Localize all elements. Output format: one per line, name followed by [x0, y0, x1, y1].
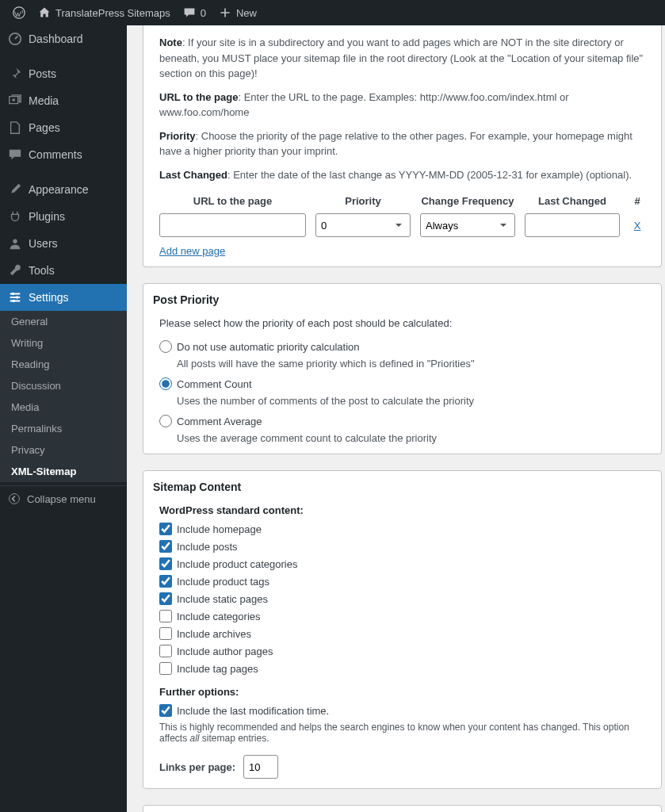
priority-opt-avg-desc: Uses the average comment count to calcul…: [177, 432, 645, 444]
comments-link[interactable]: 0: [177, 0, 212, 25]
sitemap-include-item[interactable]: Include product tags: [159, 575, 645, 588]
links-per-page-input[interactable]: [243, 755, 278, 779]
submenu-reading[interactable]: Reading: [0, 354, 127, 375]
sitemap-content-title: Sitemap Content: [153, 481, 652, 493]
sitemap-include-item[interactable]: Include author pages: [159, 645, 645, 657]
sitemap-content-box: Sitemap Content WordPress standard conte…: [143, 470, 662, 789]
priority-radio-count[interactable]: [159, 377, 172, 390]
collapse-menu[interactable]: Collapse menu: [0, 485, 127, 511]
new-link[interactable]: New: [212, 0, 263, 25]
excluded-items-box: Excluded Items Excluded categories: Unca…: [143, 805, 662, 812]
col-action-header: #: [629, 195, 645, 207]
sitemap-include-checkbox[interactable]: [159, 610, 172, 622]
site-name: TranslatePress Sitemaps: [55, 7, 170, 19]
comments-count: 0: [201, 7, 206, 19]
submenu-permalinks[interactable]: Permalinks: [0, 418, 127, 439]
priority-opt-count-desc: Uses the number of comments of the post …: [177, 395, 645, 407]
svg-point-6: [12, 300, 15, 303]
sitemap-include-checkbox[interactable]: [159, 592, 172, 605]
admin-sidebar: Dashboard Posts Media Pages Comments App…: [0, 25, 127, 812]
std-content-head: WordPress standard content:: [159, 504, 645, 516]
wordpress-icon: [13, 6, 25, 19]
svg-point-7: [10, 494, 20, 504]
media-icon: [8, 94, 22, 108]
menu-comments[interactable]: Comments: [0, 141, 127, 168]
priority-radio-none[interactable]: [159, 340, 172, 353]
additional-pages-box: Note: If your site is in a subdirectory …: [143, 25, 662, 267]
sitemap-include-item[interactable]: Include posts: [159, 540, 645, 553]
submenu-xml-sitemap[interactable]: XML-Sitemap: [0, 461, 127, 482]
dashboard-icon: [8, 32, 22, 46]
menu-settings[interactable]: Settings: [0, 284, 127, 311]
sitemap-include-checkbox[interactable]: [159, 575, 172, 588]
lastchanged-help: Last Changed: Enter the date of the last…: [159, 167, 645, 183]
submenu-media[interactable]: Media: [0, 396, 127, 418]
pages-table-row: 0 Always X: [159, 213, 645, 237]
sitemap-include-checkbox[interactable]: [159, 627, 172, 640]
post-priority-box: Post Priority Please select how the prio…: [143, 283, 662, 454]
add-new-page-link[interactable]: Add new page: [159, 245, 225, 257]
svg-point-3: [13, 239, 17, 243]
links-per-page-row: Links per page:: [159, 755, 645, 779]
submenu-writing[interactable]: Writing: [0, 332, 127, 354]
include-lastmod-checkbox[interactable]: [159, 704, 172, 717]
menu-posts[interactable]: Posts: [0, 60, 127, 87]
admin-topbar: TranslatePress Sitemaps 0 New: [0, 0, 665, 25]
page-icon: [8, 121, 22, 135]
priority-opt-none[interactable]: Do not use automatic priority calculatio…: [159, 340, 645, 353]
sitemap-include-item[interactable]: Include product categories: [159, 557, 645, 570]
wp-logo[interactable]: [6, 0, 32, 25]
svg-point-4: [12, 293, 15, 296]
sitemap-include-checkbox[interactable]: [159, 557, 172, 570]
page-url-input[interactable]: [159, 213, 306, 237]
sitemap-include-item[interactable]: Include archives: [159, 627, 645, 640]
page-frequency-select[interactable]: Always: [420, 213, 515, 237]
menu-users[interactable]: Users: [0, 230, 127, 257]
page-lastchanged-input[interactable]: [525, 213, 620, 237]
home-icon: [38, 6, 51, 19]
priority-radio-avg[interactable]: [159, 415, 172, 427]
main-content: Note: If your site is in a subdirectory …: [127, 25, 665, 812]
svg-point-5: [16, 296, 19, 299]
pages-table-header: URL to the page Priority Change Frequenc…: [159, 195, 645, 207]
sitemap-include-checkbox[interactable]: [159, 523, 172, 535]
menu-plugins[interactable]: Plugins: [0, 203, 127, 230]
sitemap-include-checkbox[interactable]: [159, 645, 172, 657]
new-label: New: [236, 7, 257, 19]
post-priority-lead: Please select how the priority of each p…: [159, 317, 645, 329]
menu-pages[interactable]: Pages: [0, 114, 127, 141]
sitemap-include-checkbox[interactable]: [159, 662, 172, 675]
plus-icon: [219, 6, 231, 19]
include-lastmod[interactable]: Include the last modification time.: [159, 704, 645, 717]
col-lastchanged-header: Last Changed: [525, 195, 620, 207]
plug-icon: [8, 209, 22, 224]
collapse-icon: [8, 492, 21, 505]
wrench-icon: [8, 263, 22, 278]
svg-point-2: [12, 98, 15, 102]
sitemap-include-item[interactable]: Include categories: [159, 610, 645, 622]
menu-dashboard[interactable]: Dashboard: [0, 25, 127, 52]
menu-appearance[interactable]: Appearance: [0, 176, 127, 203]
sliders-icon: [8, 290, 22, 304]
sitemap-include-item[interactable]: Include static pages: [159, 592, 645, 605]
note-text: Note: If your site is in a subdirectory …: [159, 35, 645, 82]
priority-opt-none-desc: All posts will have the same priority wh…: [177, 358, 645, 370]
priority-opt-count[interactable]: Comment Count: [159, 377, 645, 390]
menu-tools[interactable]: Tools: [0, 257, 127, 284]
col-priority-header: Priority: [315, 195, 411, 207]
priority-opt-avg[interactable]: Comment Average: [159, 415, 645, 427]
settings-submenu: General Writing Reading Discussion Media…: [0, 311, 127, 482]
sitemap-include-checkbox[interactable]: [159, 540, 172, 553]
sitemap-include-item[interactable]: Include tag pages: [159, 662, 645, 675]
comment-icon: [8, 147, 22, 162]
sitemap-include-item[interactable]: Include homepage: [159, 523, 645, 535]
submenu-privacy[interactable]: Privacy: [0, 439, 127, 461]
site-home[interactable]: TranslatePress Sitemaps: [32, 0, 177, 25]
url-help: URL to the page: Enter the URL to the pa…: [159, 90, 645, 121]
submenu-general[interactable]: General: [0, 311, 127, 332]
menu-media[interactable]: Media: [0, 87, 127, 114]
page-priority-select[interactable]: 0: [315, 213, 411, 237]
delete-row-link[interactable]: X: [634, 220, 641, 232]
submenu-discussion[interactable]: Discussion: [0, 375, 127, 396]
col-frequency-header: Change Frequency: [420, 195, 515, 207]
